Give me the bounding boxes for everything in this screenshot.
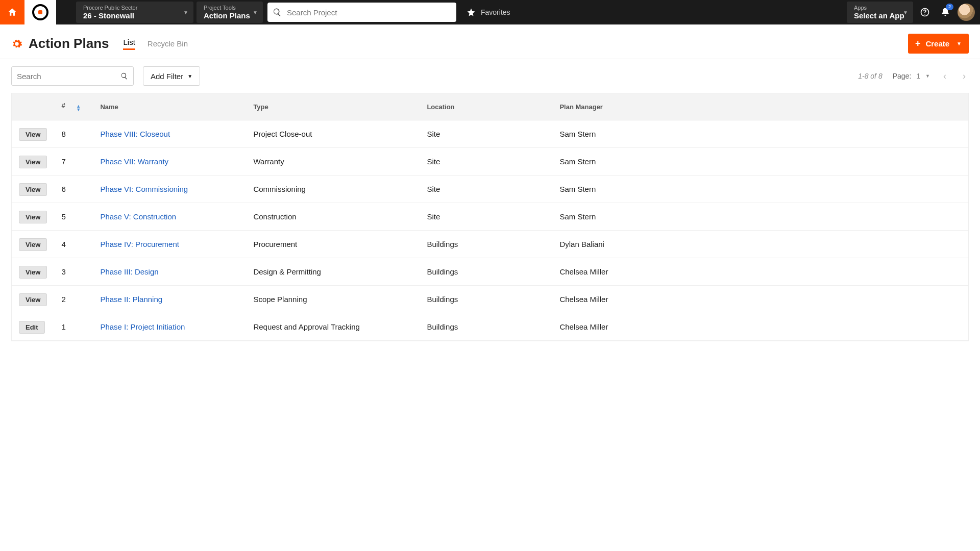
global-search-input[interactable]: [287, 8, 451, 17]
column-header-manager[interactable]: Plan Manager: [552, 93, 943, 120]
row-action-button[interactable]: View: [19, 183, 47, 196]
row-number: 3: [54, 258, 93, 286]
notifications-button[interactable]: 2: [935, 0, 955, 24]
row-number: 1: [54, 313, 93, 341]
row-type: Commissioning: [246, 176, 420, 203]
apps-value: Select an App: [854, 11, 905, 20]
column-header-name[interactable]: Name: [93, 93, 246, 120]
filter-label: Add Filter: [151, 72, 183, 81]
apps-selector[interactable]: Apps Select an App ▼: [847, 2, 913, 23]
page-number[interactable]: 1: [916, 72, 920, 80]
table-row: Edit1Phase I: Project InitiationRequest …: [12, 313, 968, 341]
row-action-button[interactable]: View: [19, 266, 47, 279]
row-action-button[interactable]: Edit: [19, 321, 45, 334]
row-manager: Sam Stern: [552, 148, 943, 176]
prev-page-button[interactable]: ‹: [940, 71, 949, 82]
svg-point-1: [924, 14, 925, 15]
apps-label: Apps: [854, 4, 905, 11]
plus-icon: +: [915, 38, 921, 49]
row-manager: Dylan Baliani: [552, 231, 943, 258]
plan-name-link[interactable]: Phase III: Design: [100, 267, 158, 276]
create-button[interactable]: + Create ▼: [908, 34, 969, 54]
plan-name-link[interactable]: Phase VI: Commissioning: [100, 185, 188, 193]
notification-count-badge: 2: [946, 4, 953, 10]
chevron-down-icon: ▼: [187, 73, 192, 79]
gear-icon: [11, 38, 22, 49]
plan-name-link[interactable]: Phase V: Construction: [100, 212, 176, 221]
list-search[interactable]: [11, 66, 134, 86]
table-row: View8Phase VIII: CloseoutProject Close-o…: [12, 120, 968, 148]
next-page-button[interactable]: ›: [960, 71, 969, 82]
row-location: Site: [420, 203, 552, 231]
row-manager: Sam Stern: [552, 203, 943, 231]
project-value: 26 - Stonewall: [83, 11, 185, 20]
page-label: Page:: [893, 72, 912, 80]
create-label: Create: [925, 39, 949, 48]
action-plans-table: # ▲▼ Name Type Location Plan Manager Vie…: [11, 93, 969, 341]
top-navbar: Procore Public Sector 26 - Stonewall ▼ P…: [0, 0, 980, 24]
page-title: Action Plans: [29, 36, 109, 52]
row-number: 6: [54, 176, 93, 203]
row-location: Buildings: [420, 286, 552, 313]
add-filter-button[interactable]: Add Filter ▼: [143, 66, 200, 86]
row-number: 7: [54, 148, 93, 176]
chevron-down-icon: ▼: [253, 10, 258, 15]
row-number: 4: [54, 231, 93, 258]
row-action-button[interactable]: View: [19, 293, 47, 306]
row-type: Procurement: [246, 231, 420, 258]
row-type: Construction: [246, 203, 420, 231]
table-row: View4Phase IV: ProcurementProcurementBui…: [12, 231, 968, 258]
table-row: View3Phase III: DesignDesign & Permittin…: [12, 258, 968, 286]
row-manager: Chelsea Miller: [552, 286, 943, 313]
table-row: View2Phase II: PlanningScope PlanningBui…: [12, 286, 968, 313]
row-number: 8: [54, 120, 93, 148]
home-icon: [7, 7, 17, 17]
favorites-label: Favorites: [481, 8, 510, 16]
row-number: 2: [54, 286, 93, 313]
plan-name-link[interactable]: Phase VIII: Closeout: [100, 130, 170, 138]
star-icon: [467, 8, 476, 17]
user-avatar[interactable]: [958, 4, 975, 21]
row-type: Request and Approval Tracking: [246, 313, 420, 341]
search-icon: [120, 72, 128, 80]
plan-name-link[interactable]: Phase VII: Warranty: [100, 157, 168, 166]
chevron-down-icon: ▼: [957, 41, 962, 46]
plan-name-link[interactable]: Phase IV: Procurement: [100, 240, 179, 248]
row-location: Site: [420, 148, 552, 176]
row-action-button[interactable]: View: [19, 238, 47, 251]
row-location: Site: [420, 120, 552, 148]
row-type: Design & Permitting: [246, 258, 420, 286]
table-row: View7Phase VII: WarrantyWarrantySiteSam …: [12, 148, 968, 176]
plan-name-link[interactable]: Phase I: Project Initiation: [100, 322, 185, 331]
tab-recycle-bin[interactable]: Recycle Bin: [148, 39, 188, 50]
row-action-button[interactable]: View: [19, 211, 47, 223]
search-icon: [273, 8, 282, 17]
table-row: View5Phase V: ConstructionConstructionSi…: [12, 203, 968, 231]
row-action-button[interactable]: View: [19, 128, 47, 141]
home-button[interactable]: [0, 0, 24, 24]
result-range: 1-8 of 8: [858, 72, 882, 80]
column-header-location[interactable]: Location: [420, 93, 552, 120]
chevron-down-icon[interactable]: ▼: [925, 73, 930, 79]
column-header-type[interactable]: Type: [246, 93, 420, 120]
row-action-button[interactable]: View: [19, 156, 47, 168]
row-manager: Sam Stern: [552, 176, 943, 203]
global-search[interactable]: [267, 3, 456, 22]
list-search-input[interactable]: [17, 72, 120, 81]
column-header-spacer: [943, 93, 968, 120]
app-logo[interactable]: [24, 0, 56, 24]
row-location: Buildings: [420, 231, 552, 258]
tab-list[interactable]: List: [123, 38, 135, 50]
plan-name-link[interactable]: Phase II: Planning: [100, 295, 162, 304]
row-type: Warranty: [246, 148, 420, 176]
column-header-number[interactable]: # ▲▼: [54, 93, 93, 120]
tool-selector[interactable]: Project Tools Action Plans ▼: [197, 2, 263, 23]
row-location: Buildings: [420, 313, 552, 341]
project-selector[interactable]: Procore Public Sector 26 - Stonewall ▼: [76, 2, 193, 23]
column-header-action: [12, 93, 54, 120]
row-number: 5: [54, 203, 93, 231]
favorites-button[interactable]: Favorites: [459, 0, 518, 24]
row-location: Site: [420, 176, 552, 203]
help-button[interactable]: [915, 0, 935, 24]
sort-icon[interactable]: ▲▼: [76, 105, 81, 112]
